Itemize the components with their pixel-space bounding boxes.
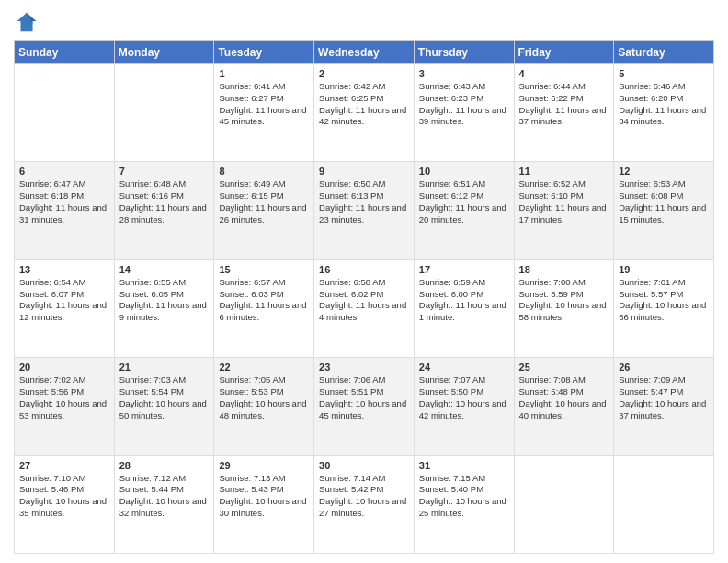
day-info: Sunrise: 7:08 AM Sunset: 5:48 PM Dayligh… [519,374,609,421]
day-number: 21 [119,362,210,373]
day-number: 3 [419,68,509,79]
calendar-day-cell: 19Sunrise: 7:01 AM Sunset: 5:57 PM Dayli… [614,259,714,357]
day-of-week-header: Wednesday [314,41,415,64]
day-info: Sunrise: 6:42 AM Sunset: 6:25 PM Dayligh… [319,81,409,128]
day-info: Sunrise: 7:01 AM Sunset: 5:57 PM Dayligh… [619,277,709,324]
calendar-week-row: 6Sunrise: 6:47 AM Sunset: 6:18 PM Daylig… [15,162,714,259]
day-info: Sunrise: 7:10 AM Sunset: 5:46 PM Dayligh… [19,473,109,520]
day-info: Sunrise: 6:54 AM Sunset: 6:07 PM Dayligh… [19,277,109,324]
day-of-week-header: Monday [114,41,214,64]
calendar-week-row: 13Sunrise: 6:54 AM Sunset: 6:07 PM Dayli… [15,259,714,357]
day-number: 8 [219,166,309,177]
calendar-header-row: SundayMondayTuesdayWednesdayThursdayFrid… [15,41,714,64]
calendar-day-cell: 5Sunrise: 6:46 AM Sunset: 6:20 PM Daylig… [614,64,714,162]
calendar-week-row: 20Sunrise: 7:02 AM Sunset: 5:56 PM Dayli… [15,358,714,455]
calendar-day-cell: 21Sunrise: 7:03 AM Sunset: 5:54 PM Dayli… [114,358,214,455]
day-of-week-header: Tuesday [214,41,314,64]
day-number: 22 [219,362,309,373]
day-number: 1 [219,68,309,79]
day-info: Sunrise: 6:52 AM Sunset: 6:10 PM Dayligh… [519,178,609,225]
day-info: Sunrise: 6:59 AM Sunset: 6:00 PM Dayligh… [419,277,509,324]
calendar-day-cell [114,64,214,162]
day-info: Sunrise: 7:07 AM Sunset: 5:50 PM Dayligh… [419,374,509,421]
calendar-day-cell: 27Sunrise: 7:10 AM Sunset: 5:46 PM Dayli… [15,455,115,553]
day-number: 23 [319,362,409,373]
calendar-week-row: 27Sunrise: 7:10 AM Sunset: 5:46 PM Dayli… [15,455,714,553]
calendar-day-cell [514,455,614,553]
day-number: 10 [419,166,509,177]
calendar-day-cell [614,455,714,553]
calendar-day-cell: 28Sunrise: 7:12 AM Sunset: 5:44 PM Dayli… [114,455,214,553]
calendar-day-cell: 25Sunrise: 7:08 AM Sunset: 5:48 PM Dayli… [514,358,614,455]
day-number: 30 [319,460,409,471]
logo [14,9,43,35]
day-number: 11 [519,166,609,177]
day-info: Sunrise: 6:58 AM Sunset: 6:02 PM Dayligh… [319,277,409,324]
calendar-day-cell: 18Sunrise: 7:00 AM Sunset: 5:59 PM Dayli… [514,259,614,357]
calendar-day-cell: 13Sunrise: 6:54 AM Sunset: 6:07 PM Dayli… [15,259,115,357]
calendar-day-cell: 3Sunrise: 6:43 AM Sunset: 6:23 PM Daylig… [414,64,514,162]
day-number: 14 [119,264,210,275]
day-info: Sunrise: 6:50 AM Sunset: 6:13 PM Dayligh… [319,178,409,225]
day-info: Sunrise: 7:06 AM Sunset: 5:51 PM Dayligh… [319,374,409,421]
calendar-day-cell: 7Sunrise: 6:48 AM Sunset: 6:16 PM Daylig… [114,162,214,259]
day-number: 2 [319,68,409,79]
day-number: 25 [519,362,609,373]
day-number: 19 [619,264,709,275]
day-number: 31 [419,460,509,471]
day-info: Sunrise: 6:44 AM Sunset: 6:22 PM Dayligh… [519,81,609,128]
calendar-day-cell: 14Sunrise: 6:55 AM Sunset: 6:05 PM Dayli… [114,259,214,357]
day-number: 27 [19,460,109,471]
day-number: 12 [619,166,709,177]
day-number: 6 [19,166,109,177]
day-info: Sunrise: 6:51 AM Sunset: 6:12 PM Dayligh… [419,178,509,225]
day-info: Sunrise: 6:47 AM Sunset: 6:18 PM Dayligh… [19,178,109,225]
day-info: Sunrise: 7:05 AM Sunset: 5:53 PM Dayligh… [219,374,309,421]
day-number: 18 [519,264,609,275]
header [14,9,714,35]
page: SundayMondayTuesdayWednesdayThursdayFrid… [0,0,728,563]
day-number: 26 [619,362,709,373]
calendar-day-cell: 22Sunrise: 7:05 AM Sunset: 5:53 PM Dayli… [214,358,314,455]
day-info: Sunrise: 6:41 AM Sunset: 6:27 PM Dayligh… [219,81,309,128]
day-number: 20 [19,362,109,373]
day-number: 9 [319,166,409,177]
calendar-day-cell: 2Sunrise: 6:42 AM Sunset: 6:25 PM Daylig… [314,64,415,162]
day-of-week-header: Saturday [614,41,714,64]
day-number: 17 [419,264,509,275]
calendar-day-cell: 30Sunrise: 7:14 AM Sunset: 5:42 PM Dayli… [314,455,415,553]
calendar-table: SundayMondayTuesdayWednesdayThursdayFrid… [14,40,714,554]
day-number: 24 [419,362,509,373]
calendar-day-cell: 8Sunrise: 6:49 AM Sunset: 6:15 PM Daylig… [214,162,314,259]
calendar-day-cell: 6Sunrise: 6:47 AM Sunset: 6:18 PM Daylig… [15,162,115,259]
day-info: Sunrise: 7:03 AM Sunset: 5:54 PM Dayligh… [119,374,210,421]
day-number: 4 [519,68,609,79]
calendar-day-cell: 1Sunrise: 6:41 AM Sunset: 6:27 PM Daylig… [214,64,314,162]
day-info: Sunrise: 6:43 AM Sunset: 6:23 PM Dayligh… [419,81,509,128]
day-number: 29 [219,460,309,471]
calendar-day-cell: 29Sunrise: 7:13 AM Sunset: 5:43 PM Dayli… [214,455,314,553]
day-info: Sunrise: 6:53 AM Sunset: 6:08 PM Dayligh… [619,178,709,225]
day-info: Sunrise: 6:46 AM Sunset: 6:20 PM Dayligh… [619,81,709,128]
calendar-day-cell: 12Sunrise: 6:53 AM Sunset: 6:08 PM Dayli… [614,162,714,259]
svg-marker-0 [17,13,37,32]
day-number: 16 [319,264,409,275]
day-info: Sunrise: 6:55 AM Sunset: 6:05 PM Dayligh… [119,277,210,324]
calendar-day-cell: 15Sunrise: 6:57 AM Sunset: 6:03 PM Dayli… [214,259,314,357]
calendar-day-cell: 16Sunrise: 6:58 AM Sunset: 6:02 PM Dayli… [314,259,415,357]
day-number: 7 [119,166,210,177]
day-number: 5 [619,68,709,79]
day-info: Sunrise: 7:00 AM Sunset: 5:59 PM Dayligh… [519,277,609,324]
calendar-day-cell: 9Sunrise: 6:50 AM Sunset: 6:13 PM Daylig… [314,162,415,259]
day-number: 15 [219,264,309,275]
calendar-day-cell: 10Sunrise: 6:51 AM Sunset: 6:12 PM Dayli… [414,162,514,259]
day-info: Sunrise: 6:48 AM Sunset: 6:16 PM Dayligh… [119,178,210,225]
day-info: Sunrise: 7:12 AM Sunset: 5:44 PM Dayligh… [119,473,210,520]
day-of-week-header: Friday [514,41,614,64]
day-info: Sunrise: 7:14 AM Sunset: 5:42 PM Dayligh… [319,473,409,520]
calendar-day-cell [15,64,115,162]
day-info: Sunrise: 7:15 AM Sunset: 5:40 PM Dayligh… [419,473,509,520]
calendar-day-cell: 24Sunrise: 7:07 AM Sunset: 5:50 PM Dayli… [414,358,514,455]
calendar-week-row: 1Sunrise: 6:41 AM Sunset: 6:27 PM Daylig… [15,64,714,162]
day-of-week-header: Sunday [15,41,115,64]
